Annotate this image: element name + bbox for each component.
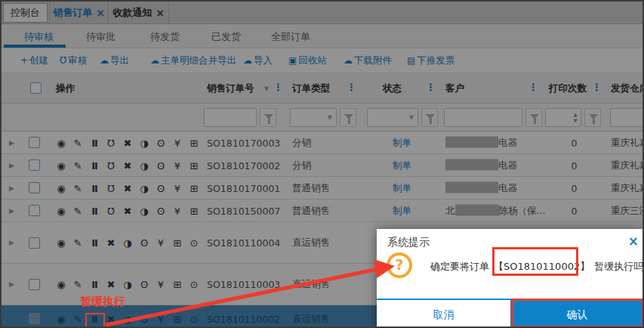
question-mark-icon: ? [387, 252, 412, 278]
app-window: 控制台 销售订单 × 收款通知 × 待审核 待审批 待发货 已发货 全部订单 +… [0, 0, 644, 328]
dialog-title: 系统提示 [387, 236, 430, 249]
annotation-rect-order-ref [492, 247, 578, 276]
annotation-rect-pause-icon [85, 313, 105, 328]
dialog-close-icon[interactable]: × [628, 234, 639, 249]
annotation-label: 暂缓执行 [80, 295, 125, 309]
annotation-rect-confirm-button [511, 299, 644, 328]
cancel-button[interactable]: 取消 [377, 300, 510, 328]
